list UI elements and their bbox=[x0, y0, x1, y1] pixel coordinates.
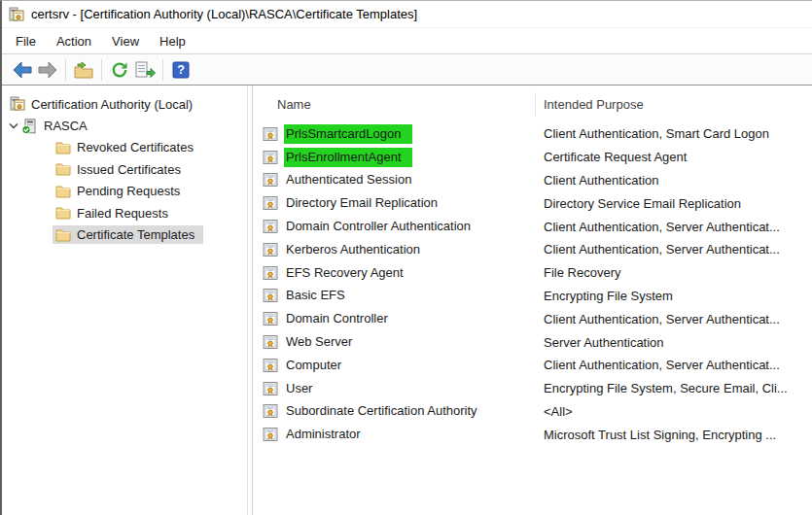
certificate-template-icon bbox=[263, 195, 278, 211]
certification-authority-icon bbox=[10, 96, 25, 112]
template-row[interactable]: Computer Client Authentication, Server A… bbox=[253, 354, 812, 377]
template-row[interactable]: Kerberos Authentication Client Authentic… bbox=[253, 238, 812, 261]
template-row[interactable]: Administrator Microsoft Trust List Signi… bbox=[253, 423, 812, 446]
template-intended-purpose: Directory Service Email Replication bbox=[536, 196, 812, 211]
template-name: Domain Controller Authentication bbox=[284, 217, 475, 236]
template-intended-purpose: Client Authentication, Server Authentica… bbox=[536, 312, 812, 326]
toolbar: ? bbox=[2, 54, 812, 86]
template-name-cell: Computer bbox=[253, 356, 536, 375]
forward-button[interactable] bbox=[35, 57, 60, 83]
folder-icon bbox=[55, 162, 71, 176]
folder-icon bbox=[55, 228, 71, 242]
template-intended-purpose: Server Authentication bbox=[536, 335, 812, 350]
templates-list-pane: Name Intended Purpose bbox=[253, 86, 812, 515]
back-button[interactable] bbox=[10, 57, 35, 83]
tree-item-rasca[interactable]: RASCA bbox=[2, 115, 247, 136]
template-name-cell: Directory Email Replication bbox=[253, 193, 536, 213]
template-intended-purpose: Certificate Request Agent bbox=[536, 150, 812, 164]
main-area: Certification Authority (Local) bbox=[2, 86, 812, 515]
tree-child-label: Revoked Certificates bbox=[77, 140, 194, 154]
certificate-template-icon bbox=[263, 334, 278, 350]
tree-item-folder[interactable]: Revoked Certificates bbox=[2, 137, 247, 158]
certificate-template-icon bbox=[263, 381, 278, 396]
menu-bar: File Action View Help bbox=[2, 28, 812, 54]
chevron-down-icon[interactable] bbox=[6, 122, 21, 129]
template-row[interactable]: Subordinate Certification Authority <All… bbox=[253, 400, 812, 424]
template-name-cell: User bbox=[253, 379, 536, 398]
template-row[interactable]: Directory Email Replication Directory Se… bbox=[253, 191, 812, 215]
template-row[interactable]: Web Server Server Authentication bbox=[253, 330, 812, 354]
template-intended-purpose: File Recovery bbox=[536, 265, 812, 280]
certificate-template-icon bbox=[263, 311, 278, 326]
template-name: Administrator bbox=[284, 425, 365, 444]
template-name: PrlsEnrollmentAgent bbox=[284, 148, 412, 167]
template-name: PrlsSmartcardLogon bbox=[284, 124, 412, 144]
window-title: certsrv - [Certification Authority (Loca… bbox=[31, 7, 417, 21]
refresh-icon bbox=[111, 61, 128, 79]
template-intended-purpose: Encrypting File System, Secure Email, Cl… bbox=[536, 381, 812, 395]
template-row[interactable]: EFS Recovery Agent File Recovery bbox=[253, 261, 812, 285]
folder-icon bbox=[55, 185, 71, 198]
svg-text:?: ? bbox=[177, 63, 185, 77]
tree-item-folder[interactable]: Pending Requests bbox=[2, 181, 247, 202]
console-tree-pane: Certification Authority (Local) bbox=[2, 86, 247, 515]
toolbar-separator bbox=[162, 59, 163, 81]
column-header-intended-purpose[interactable]: Intended Purpose bbox=[536, 97, 644, 112]
template-row[interactable]: Basic EFS Encrypting File System bbox=[253, 285, 812, 308]
template-name: Web Server bbox=[284, 332, 356, 352]
certificate-template-icon bbox=[263, 358, 278, 373]
template-row[interactable]: PrlsEnrollmentAgent Certificate Request … bbox=[253, 146, 812, 169]
tree-item-folder[interactable]: Issued Certificates bbox=[2, 158, 247, 180]
folder-icon bbox=[55, 206, 71, 220]
menu-item[interactable]: Help bbox=[159, 34, 186, 49]
column-header-name[interactable]: Name bbox=[253, 92, 536, 116]
template-row[interactable]: Domain Controller Client Authentication,… bbox=[253, 307, 812, 330]
tree-item-folder[interactable]: Failed Requests bbox=[2, 202, 247, 223]
certificate-template-icon bbox=[263, 150, 278, 165]
certificate-template-icon bbox=[263, 126, 278, 142]
certificate-template-icon bbox=[263, 265, 278, 281]
template-name: Subordinate Certification Authority bbox=[284, 401, 481, 421]
template-name: Computer bbox=[284, 356, 345, 375]
template-name-cell: Domain Controller Authentication bbox=[253, 217, 536, 236]
export-list-button[interactable] bbox=[132, 57, 158, 83]
certificate-template-icon bbox=[263, 219, 278, 234]
template-row[interactable]: PrlsSmartcardLogon Client Authentication… bbox=[253, 122, 812, 146]
template-name: Directory Email Replication bbox=[284, 193, 441, 213]
template-name-cell: Web Server bbox=[253, 332, 536, 352]
help-icon: ? bbox=[172, 61, 190, 79]
template-row[interactable]: Authenticated Session Client Authenticat… bbox=[253, 169, 812, 192]
tree-item-folder[interactable]: Certificate Templates bbox=[2, 223, 247, 245]
template-intended-purpose: Client Authentication, Server Authentica… bbox=[536, 358, 812, 372]
help-button[interactable]: ? bbox=[168, 57, 194, 83]
template-name: Authenticated Session bbox=[284, 170, 415, 189]
folder-icon bbox=[55, 141, 71, 154]
template-row[interactable]: Domain Controller Authentication Client … bbox=[253, 215, 812, 238]
menu-item[interactable]: Action bbox=[56, 34, 91, 49]
certificate-template-icon bbox=[263, 172, 278, 188]
template-intended-purpose: Client Authentication, Server Authentica… bbox=[536, 220, 812, 234]
forward-arrow-icon bbox=[38, 61, 57, 79]
template-row[interactable]: User Encrypting File System, Secure Emai… bbox=[253, 377, 812, 400]
template-intended-purpose: Microsoft Trust List Signing, Encrypting… bbox=[536, 428, 812, 442]
template-intended-purpose: Client Authentication, Smart Card Logon bbox=[536, 126, 812, 141]
tree-child-label: Pending Requests bbox=[77, 184, 180, 198]
tree-child-label: Issued Certificates bbox=[77, 162, 181, 177]
certificate-template-icon bbox=[263, 288, 278, 303]
toolbar-separator bbox=[65, 59, 66, 81]
template-name: User bbox=[284, 379, 316, 398]
tree-item-certification-authority[interactable]: Certification Authority (Local) bbox=[2, 93, 247, 115]
menu-item[interactable]: View bbox=[112, 34, 139, 49]
template-intended-purpose: Client Authentication, Server Authentica… bbox=[536, 242, 812, 257]
menu-item[interactable]: File bbox=[16, 34, 36, 49]
template-name-cell: Administrator bbox=[253, 425, 536, 444]
certificate-template-icon bbox=[263, 403, 278, 419]
certsrv-window: certsrv - [Certification Authority (Loca… bbox=[0, 0, 812, 515]
template-name-cell: PrlsEnrollmentAgent bbox=[253, 148, 536, 167]
template-name-cell: Basic EFS bbox=[253, 286, 536, 305]
refresh-button[interactable] bbox=[107, 57, 132, 83]
template-intended-purpose: Encrypting File System bbox=[536, 289, 812, 303]
template-name: Domain Controller bbox=[284, 309, 392, 328]
console-tree-toggle-button[interactable] bbox=[71, 57, 96, 83]
tree-server-label: RASCA bbox=[44, 119, 88, 133]
